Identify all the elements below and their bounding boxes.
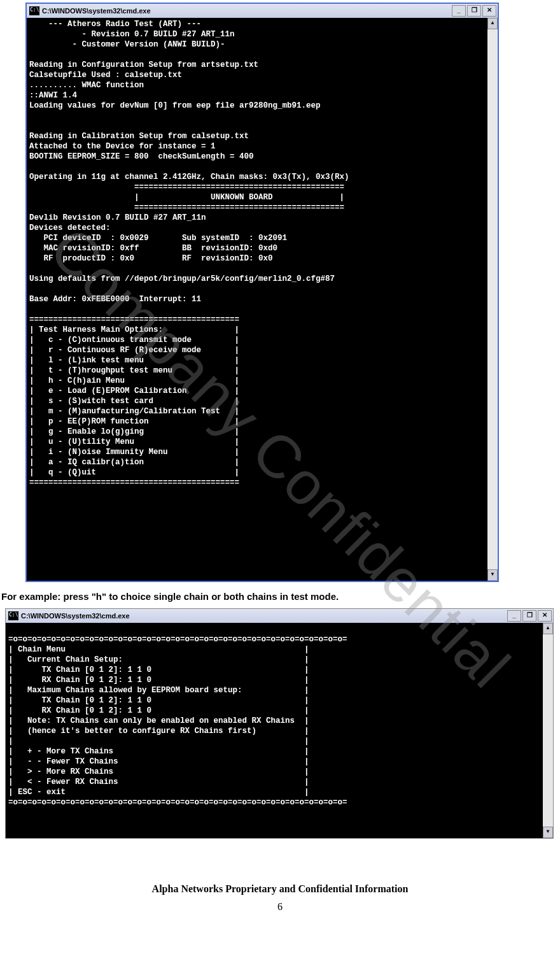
scrollbar[interactable]: ▲ ▼ (487, 18, 498, 581)
minimize-button[interactable]: _ (452, 5, 466, 17)
cmd-window-2: C:\WINDOWS\system32\cmd.exe _ ❐ ✕ =o=o=o… (5, 608, 554, 839)
terminal-output-1: --- Atheros Radio Test (ART) --- - Revis… (27, 18, 498, 581)
maximize-button[interactable]: ❐ (467, 5, 481, 17)
scrollbar-2[interactable]: ▲ ▼ (543, 623, 553, 838)
maximize-button[interactable]: ❐ (522, 610, 536, 622)
scroll-track[interactable] (543, 634, 553, 827)
titlebar-2: C:\WINDOWS\system32\cmd.exe _ ❐ ✕ (6, 609, 553, 623)
window-title: C:\WINDOWS\system32\cmd.exe (42, 7, 452, 15)
cmd-icon (8, 611, 18, 620)
window-title-2: C:\WINDOWS\system32\cmd.exe (21, 612, 507, 620)
cmd-window-1: C:\WINDOWS\system32\cmd.exe _ ❐ ✕ --- At… (25, 3, 499, 582)
minimize-button[interactable]: _ (507, 610, 521, 622)
scroll-down-icon[interactable]: ▼ (487, 569, 498, 581)
caption-text: For example: press "h" to choice single … (1, 591, 560, 602)
footer-text: Alpha Networks Proprietary and Confident… (0, 883, 560, 895)
close-button[interactable]: ✕ (482, 5, 496, 17)
page-number: 6 (0, 901, 560, 913)
titlebar: C:\WINDOWS\system32\cmd.exe _ ❐ ✕ (27, 4, 498, 18)
cmd-icon (29, 6, 39, 15)
scroll-track[interactable] (487, 29, 498, 569)
scroll-up-icon[interactable]: ▲ (543, 623, 553, 634)
scroll-down-icon[interactable]: ▼ (543, 827, 553, 838)
close-button[interactable]: ✕ (538, 610, 552, 622)
terminal-output-2: =o=o=o=o=o=o=o=o=o=o=o=o=o=o=o=o=o=o=o=o… (6, 623, 553, 838)
scroll-up-icon[interactable]: ▲ (487, 18, 498, 29)
